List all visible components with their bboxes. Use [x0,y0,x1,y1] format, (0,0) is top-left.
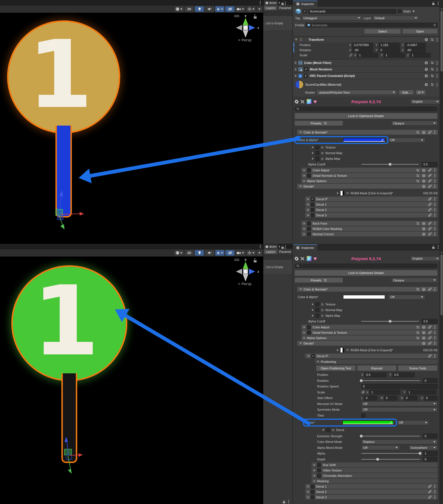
object-picker-icon[interactable] [321,146,324,149]
slider-knob[interactable] [360,435,363,438]
presets-button[interactable]: Presets [294,277,343,283]
scene-viewport[interactable]: 1yz< Persp [0,13,263,244]
help-icon[interactable]: ? [422,342,425,345]
help-icon[interactable]: ? [425,74,428,77]
slider-track[interactable] [361,380,420,381]
tab-next-icon[interactable] [279,1,280,5]
help-icon[interactable]: ? [422,288,425,291]
kebab-menu-icon[interactable] [436,74,438,78]
tab-next-icon[interactable] [279,244,280,249]
prefab-field[interactable]: Scorecards [306,23,438,27]
object-picker-icon[interactable] [321,309,324,311]
checkbox[interactable]: ✓ [311,354,315,358]
symmetry-mode-dropdown[interactable]: Off [361,407,438,412]
preset-sliders-icon[interactable] [416,174,420,177]
unlink-icon[interactable] [361,390,365,394]
position-y-field[interactable]: 0.5 [393,372,415,377]
checkbox[interactable] [315,308,319,312]
object-picker-icon[interactable] [433,24,436,26]
render-mode-dropdown[interactable]: Opaque [391,121,438,126]
help-icon[interactable]: ? [425,38,428,41]
color-mode-dropdown[interactable]: Off [388,295,425,300]
slider-track[interactable] [361,459,420,460]
shader-search-input[interactable] [294,264,438,268]
slider-knob[interactable] [419,452,422,455]
shader-section-back-face[interactable]: Back Face? [301,221,438,226]
transform-scale-z[interactable]: 1 [410,53,431,58]
foldout-closed-icon[interactable] [337,192,339,194]
decal-section-decal-1[interactable]: Decal 1 [305,202,438,207]
foldout-closed-icon[interactable] [314,469,315,471]
shader-search-input[interactable] [294,107,438,111]
help-icon[interactable]: ? [422,227,425,231]
kebab-menu-icon[interactable] [436,61,438,65]
slider-value-field[interactable]: 0 [423,457,438,462]
kebab-menu-icon[interactable] [434,227,435,231]
checkbox[interactable] [311,213,315,217]
kebab-menu-icon[interactable] [434,221,435,225]
shader-section-decals[interactable]: Decals*? [297,184,438,189]
foldout-closed-icon[interactable] [307,198,309,200]
link-icon[interactable] [428,232,432,236]
tab-layers[interactable]: Layers [264,6,277,10]
alpha-blend-mode-dropdown[interactable]: Off [361,445,400,450]
shader-section-color-adjust[interactable]: Color Adjust? [301,325,438,329]
link-icon[interactable] [428,168,432,172]
checkbox[interactable] [307,331,311,335]
slider-track[interactable] [361,164,419,165]
persp-label[interactable]: < Persp [238,282,251,286]
decal-section-decal-2[interactable]: Decal 2 [305,207,438,212]
shader-section-color-adjust[interactable]: Color Adjust? [301,168,438,173]
shader-section-alpha-options[interactable]: Alpha Options? [301,178,438,183]
help-icon[interactable]: ? [425,83,428,86]
scrollbar-thumb[interactable] [440,11,443,72]
shader-section-color-normals[interactable]: Color & Normals*? [297,130,438,135]
preset-sliders-icon[interactable] [431,38,434,41]
preset-sliders-icon[interactable] [416,331,420,334]
checkbox[interactable] [311,208,315,212]
kebab-menu-icon[interactable] [436,38,438,42]
preset-sliders-icon[interactable] [416,169,420,172]
slider-value-field[interactable]: 0.5 [422,319,438,324]
foldout-closed-icon[interactable] [314,475,315,477]
foldout-closed-icon[interactable] [304,331,305,334]
checkbox[interactable] [311,203,315,206]
color-swatch[interactable] [343,421,393,425]
checkbox[interactable]: ✓ [304,67,308,71]
color-swatch[interactable] [343,138,385,142]
kebab-menu-icon[interactable] [434,484,435,488]
transform-scale-y[interactable]: 1 [384,53,405,58]
lighting-toggle[interactable] [195,250,204,256]
link-icon[interactable] [428,341,432,345]
checkbox[interactable] [307,325,311,329]
foldout-open-icon[interactable] [317,361,319,363]
presets-button[interactable]: Presets [294,120,343,126]
checkbox[interactable] [307,227,311,231]
scene-viewport[interactable]: 1yz< Persp [0,257,263,504]
lock-in-optimized-shader-button[interactable]: Lock In Optimized Shader [294,270,438,276]
link-icon[interactable] [428,221,432,225]
object-picker-icon[interactable] [321,315,324,317]
offset-r-field[interactable]: 0 [384,396,397,400]
decal-section-decal-0[interactable]: ✓Decal 0* [305,354,438,358]
inspector-scrollbar[interactable]: ▲ [440,7,443,244]
object-picker-icon[interactable] [332,429,334,431]
slider-knob[interactable] [389,320,392,323]
link-icon[interactable] [428,179,432,183]
preset-sliders-icon[interactable] [416,288,420,291]
checkbox[interactable] [361,413,365,417]
foldout-closed-icon[interactable] [337,349,339,351]
2d-toggle[interactable]: 2D [185,250,194,256]
foldout-closed-icon[interactable] [323,429,324,431]
checkbox[interactable]: ✓ [304,74,308,78]
kebab-menu-icon[interactable] [285,245,286,249]
camera-view-button[interactable] [236,6,245,12]
checkbox[interactable] [311,495,315,499]
texture-thumbnail[interactable] [340,348,345,353]
help-icon[interactable]: ? [425,68,428,71]
link-icon[interactable] [428,213,432,217]
foldout-closed-icon[interactable] [304,169,305,171]
position-x-field[interactable]: 0.5 [364,372,386,377]
foldout-open-icon[interactable] [300,343,302,344]
toolbar-overflow-button[interactable] [257,6,262,12]
